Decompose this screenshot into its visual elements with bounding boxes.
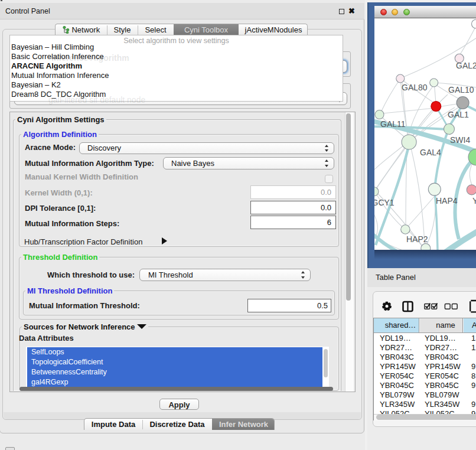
svg-text:GAL1: GAL1 xyxy=(448,110,469,119)
svg-text:GCY1: GCY1 xyxy=(374,198,395,207)
svg-text:YE: YE xyxy=(472,196,476,206)
svg-text:GAL80: GAL80 xyxy=(402,83,428,92)
svg-text:GAL10: GAL10 xyxy=(448,85,474,94)
svg-text:SWI4: SWI4 xyxy=(450,135,470,145)
svg-text:GAL4: GAL4 xyxy=(420,148,441,157)
svg-text:HAP4: HAP4 xyxy=(436,196,458,206)
svg-text:HAP2: HAP2 xyxy=(406,234,428,244)
svg-text:GAL11: GAL11 xyxy=(380,119,406,129)
svg-text:GAL2: GAL2 xyxy=(456,61,476,70)
